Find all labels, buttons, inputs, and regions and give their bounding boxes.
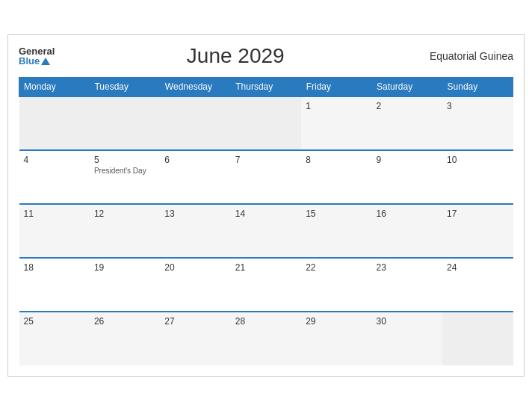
calendar-day-cell: 20 (160, 258, 230, 312)
day-number: 8 (306, 155, 367, 165)
calendar-week-row: 11121314151617 (19, 204, 513, 258)
day-number: 2 (377, 101, 438, 111)
calendar-day-cell: 15 (301, 204, 371, 258)
calendar-day-cell: 19 (90, 258, 160, 312)
day-number: 15 (306, 208, 367, 219)
day-number: 19 (94, 262, 155, 273)
day-number: 11 (24, 208, 85, 219)
calendar-container: General Blue June 2029 Equatorial Guinea… (7, 34, 525, 377)
calendar-day-cell: 24 (442, 258, 513, 312)
day-number: 14 (235, 208, 297, 219)
weekday-header: Saturday (372, 78, 442, 97)
calendar-day-cell: 21 (231, 258, 301, 312)
weekday-header: Wednesday (160, 78, 230, 97)
calendar-day-cell: 10 (442, 150, 513, 204)
logo-blue-text: Blue (19, 56, 40, 66)
calendar-header: General Blue June 2029 Equatorial Guinea (19, 44, 513, 68)
calendar-day-cell: 13 (160, 204, 230, 258)
day-number: 4 (24, 155, 85, 165)
calendar-day-cell: 17 (442, 204, 513, 258)
day-number: 29 (306, 316, 367, 327)
day-number: 27 (164, 316, 226, 327)
day-number: 17 (447, 208, 508, 219)
calendar-day-cell: 9 (372, 150, 442, 204)
calendar-day-cell: 25 (19, 312, 90, 365)
calendar-day-cell: 27 (160, 312, 230, 365)
day-number: 7 (235, 155, 297, 165)
calendar-day-cell: 8 (301, 150, 371, 204)
day-number: 30 (377, 316, 438, 327)
calendar-day-cell: 14 (231, 204, 301, 258)
day-number: 20 (164, 262, 226, 273)
calendar-week-row: 252627282930 (19, 312, 513, 365)
calendar-day-cell: 29 (301, 312, 371, 365)
day-number: 22 (306, 262, 367, 273)
country-name: Equatorial Guinea (416, 50, 513, 62)
calendar-table: MondayTuesdayWednesdayThursdayFridaySatu… (19, 77, 513, 365)
calendar-day-cell: 3 (442, 96, 513, 150)
logo: General Blue (19, 46, 55, 66)
calendar-day-cell: 6 (160, 150, 230, 204)
weekday-header: Tuesday (90, 78, 160, 97)
calendar-day-cell: 11 (19, 204, 90, 258)
calendar-day-cell (90, 96, 160, 150)
day-number: 28 (235, 316, 297, 327)
weekday-header: Thursday (231, 78, 301, 97)
calendar-week-row: 45President's Day678910 (19, 150, 513, 204)
day-number: 25 (24, 316, 85, 327)
day-number: 6 (164, 155, 226, 165)
calendar-day-cell: 4 (19, 150, 90, 204)
logo-triangle-icon (41, 58, 50, 65)
calendar-day-cell (442, 312, 513, 365)
days-of-week-row: MondayTuesdayWednesdayThursdayFridaySatu… (19, 78, 513, 97)
day-number: 18 (24, 262, 85, 273)
weekday-header: Sunday (442, 78, 513, 97)
day-number: 9 (377, 155, 438, 165)
day-number: 24 (447, 262, 508, 273)
calendar-day-cell (160, 96, 230, 150)
calendar-day-cell: 30 (372, 312, 442, 365)
calendar-day-cell: 16 (372, 204, 442, 258)
calendar-day-cell: 23 (372, 258, 442, 312)
month-title: June 2029 (55, 44, 416, 68)
day-number: 23 (377, 262, 438, 273)
calendar-day-cell: 7 (231, 150, 301, 204)
day-number: 16 (377, 208, 438, 219)
calendar-week-row: 123 (19, 96, 513, 150)
day-number: 12 (94, 208, 155, 219)
weekday-header: Friday (301, 78, 371, 97)
day-number: 5 (94, 155, 155, 165)
holiday-label: President's Day (94, 167, 155, 175)
calendar-day-cell: 2 (372, 96, 442, 150)
calendar-day-cell: 26 (90, 312, 160, 365)
day-number: 3 (447, 101, 508, 111)
calendar-day-cell (19, 96, 90, 150)
calendar-day-cell: 28 (231, 312, 301, 365)
calendar-day-cell: 18 (19, 258, 90, 312)
calendar-day-cell: 12 (90, 204, 160, 258)
day-number: 10 (447, 155, 508, 165)
weekday-header: Monday (19, 78, 90, 97)
day-number: 21 (235, 262, 297, 273)
calendar-day-cell: 22 (301, 258, 371, 312)
calendar-week-row: 18192021222324 (19, 258, 513, 312)
day-number: 13 (164, 208, 226, 219)
day-number: 26 (94, 316, 155, 327)
calendar-day-cell: 1 (301, 96, 371, 150)
calendar-day-cell: 5President's Day (90, 150, 160, 204)
day-number: 1 (306, 101, 367, 111)
calendar-day-cell (231, 96, 301, 150)
